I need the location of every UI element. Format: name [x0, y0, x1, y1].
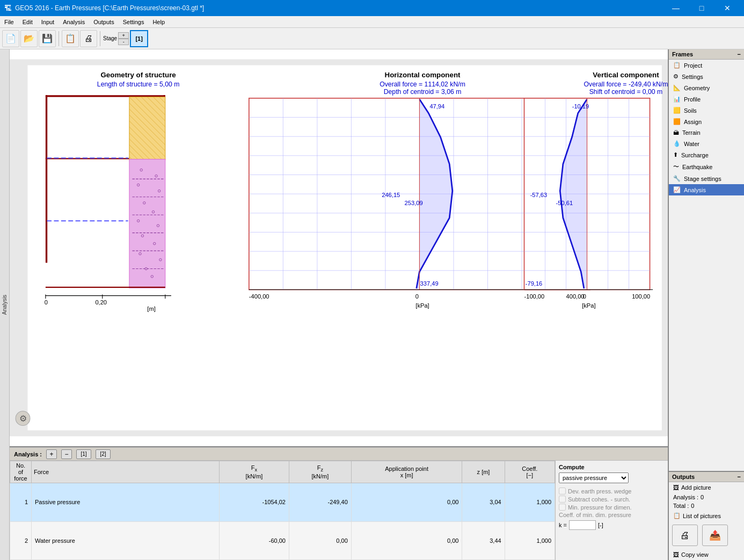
print-button-2[interactable]: 📤 — [702, 525, 728, 546]
frame-assign[interactable]: 🟧 Assign — [669, 116, 744, 127]
analysis-table: No.of force Force Fx[kN/m] Fz[kN/m] Appl… — [10, 461, 555, 560]
cell-fz: 0,00 — [289, 521, 351, 560]
cell-appz: 3,04 — [462, 483, 505, 522]
add-analysis-button[interactable]: + — [46, 449, 57, 459]
frame-geometry[interactable]: 📐 Geometry — [669, 82, 744, 93]
list-pictures-label: List of pictures — [683, 513, 721, 519]
settings-icon: ⚙ — [673, 73, 679, 80]
check-subtract-input[interactable] — [559, 496, 566, 503]
coeff-row: k = [-] — [559, 520, 665, 530]
k-label: k = — [559, 522, 567, 528]
col-coeff: Coeff.[−] — [505, 461, 555, 483]
cell-fx: -60,00 — [220, 521, 289, 560]
menu-input[interactable]: Input — [37, 18, 59, 26]
frame-water[interactable]: 💧 Water — [669, 138, 744, 149]
cell-appz: 3,44 — [462, 521, 505, 560]
svg-text:246,15: 246,15 — [382, 192, 400, 198]
menu-analysis[interactable]: Analysis — [59, 18, 89, 26]
table-row[interactable]: 2 Water pressure -60,00 0,00 0,00 3,44 1… — [10, 521, 555, 560]
frame-earthquake-label: Earthquake — [682, 164, 712, 170]
save-button[interactable]: 💾 — [39, 30, 56, 47]
frames-collapse-button[interactable]: − — [738, 51, 741, 57]
frame-project-label: Project — [684, 62, 702, 69]
frame-earthquake[interactable]: 〜 Earthquake — [669, 161, 744, 173]
surcharge-icon: ⬆ — [673, 151, 678, 158]
open-button[interactable]: 📂 — [20, 30, 38, 47]
list-pictures-icon: 📋 — [673, 512, 681, 519]
menu-file[interactable]: File — [0, 18, 18, 26]
frame-assign-label: Assign — [684, 119, 702, 125]
toolbar-separator-2 — [100, 31, 100, 46]
menu-help[interactable]: Help — [148, 18, 169, 26]
table-row[interactable]: 1 Passive pressure -1054,02 -249,40 0,00… — [10, 483, 555, 522]
print-button[interactable]: 🖨 — [80, 30, 97, 47]
remove-analysis-button[interactable]: − — [61, 449, 72, 459]
left-sidebar: Analysis — [0, 49, 10, 560]
cell-force-name: Passive pressure — [32, 483, 220, 522]
col-appx: Application pointx [m] — [351, 461, 462, 483]
minimize-button[interactable]: — — [663, 0, 688, 16]
titlebar-left: 🏗 GEO5 2016 - Earth Pressures [C:\Earth … — [4, 4, 204, 12]
add-picture-icon: 🖼 — [673, 484, 679, 491]
check-min-press[interactable]: Min. pressure for dimen. — [559, 504, 665, 511]
svg-text:Overall force = 1114,02 kN/m: Overall force = 1114,02 kN/m — [380, 81, 465, 88]
menu-outputs[interactable]: Outputs — [89, 18, 119, 26]
frame-profile-label: Profile — [684, 96, 701, 103]
bottom-panel: Analysis : + − [1] [2] No.of force Force… — [10, 447, 668, 560]
menu-edit[interactable]: Edit — [18, 18, 37, 26]
stage-up-button[interactable]: + — [118, 32, 129, 39]
stage2-button[interactable]: [2] — [96, 449, 111, 459]
app-icon: 🏗 — [4, 4, 12, 12]
frame-analysis[interactable]: 📈 Analysis — [669, 184, 744, 195]
cell-appx: 0,00 — [351, 521, 462, 560]
frame-terrain[interactable]: 🏔 Terrain — [669, 127, 744, 138]
k-value-input[interactable] — [569, 520, 596, 530]
cell-coeff: 1,000 — [505, 521, 555, 560]
analysis-count-row: Analysis : 0 — [669, 493, 744, 501]
analysis-count-value: 0 — [701, 494, 704, 500]
close-button[interactable]: ✕ — [715, 0, 740, 16]
titlebar: 🏗 GEO5 2016 - Earth Pressures [C:\Earth … — [0, 0, 744, 16]
svg-text:Shift of centroid = 0,00 m: Shift of centroid = 0,00 m — [589, 88, 663, 96]
col-force: Force — [32, 461, 220, 483]
soils-icon: 🟨 — [673, 107, 681, 114]
stage1-button[interactable]: [1] — [76, 449, 91, 459]
svg-text:47,94: 47,94 — [429, 103, 444, 110]
right-panel: Frames − 📋 Project ⚙ Settings 📐 Geometry… — [668, 49, 744, 560]
frame-soils[interactable]: 🟨 Soils — [669, 105, 744, 116]
check-dev-earth[interactable]: Dev. earth press. wedge — [559, 488, 665, 494]
print-button-1[interactable]: 🖨 — [672, 525, 698, 546]
frame-project[interactable]: 📋 Project — [669, 60, 744, 71]
left-sidebar-label: Analysis — [2, 295, 8, 315]
total-count-row: Total : 0 — [669, 501, 744, 510]
frame-surcharge[interactable]: ⬆ Surcharge — [669, 149, 744, 161]
check-dev-earth-label: Dev. earth press. wedge — [568, 488, 631, 494]
check-min-press-input[interactable] — [559, 504, 566, 511]
maximize-button[interactable]: □ — [689, 0, 714, 16]
compute-dropdown[interactable]: passive pressure active pressure — [559, 472, 629, 483]
coeff-min-dim: Coeff. of min. dim. pressure — [559, 512, 665, 518]
total-count-label: Total : — [673, 503, 689, 509]
copy-button[interactable]: 📋 — [62, 30, 79, 47]
frame-profile[interactable]: 📊 Profile — [669, 93, 744, 105]
check-dev-earth-input[interactable] — [559, 488, 566, 494]
right-panel-spacer — [669, 195, 744, 471]
check-subtract[interactable]: Subtract cohes. - surch. — [559, 496, 665, 503]
new-button[interactable]: 📄 — [2, 30, 19, 47]
list-pictures-button[interactable]: 📋 List of pictures — [669, 510, 744, 521]
stage-down-button[interactable]: - — [118, 39, 129, 45]
frame-settings[interactable]: ⚙ Settings — [669, 71, 744, 82]
add-picture-button[interactable]: 🖼 Add picture — [669, 482, 744, 493]
cell-force-name: Water pressure — [32, 521, 220, 560]
svg-text:-400,00: -400,00 — [249, 293, 269, 300]
menu-settings[interactable]: Settings — [119, 18, 149, 26]
stage-settings-icon: 🔧 — [673, 175, 681, 182]
copy-view-button[interactable]: 🖼 Copy view — [669, 549, 744, 560]
outputs-collapse-button[interactable]: − — [738, 474, 741, 480]
svg-text:0,20: 0,20 — [95, 299, 107, 306]
svg-text:-10,19: -10,19 — [572, 103, 589, 110]
frame-stage-settings[interactable]: 🔧 Stage settings — [669, 173, 744, 184]
toolbar: 📄 📂 💾 📋 🖨 Stage + - [1] — [0, 28, 744, 49]
add-picture-label: Add picture — [681, 484, 711, 491]
outputs-title: Outputs — [672, 474, 695, 480]
